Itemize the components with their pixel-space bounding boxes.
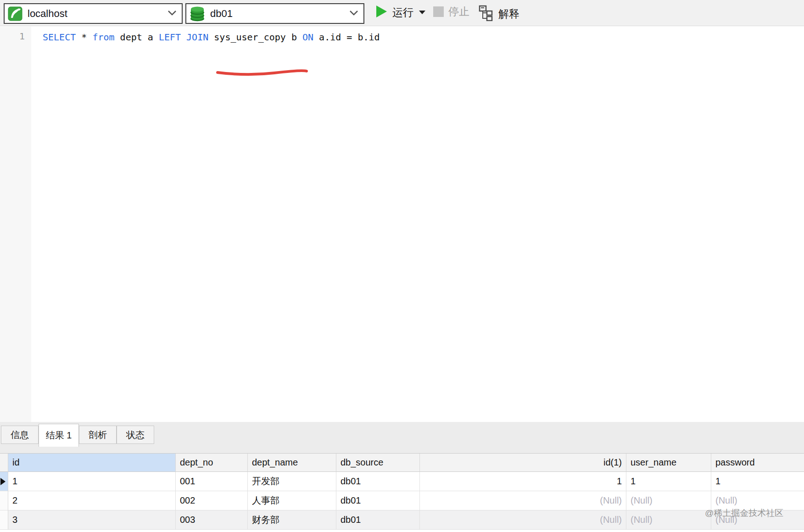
sql-line-tokens: SELECT * from dept a LEFT JOIN sys_user_… — [43, 30, 380, 44]
red-marker-underline-annotation — [215, 67, 311, 80]
chevron-down-icon — [167, 10, 177, 18]
connection-select[interactable]: localhost — [4, 3, 183, 24]
sql-keyword: SELECT — [43, 32, 76, 43]
tab-label: 剖析 — [89, 429, 107, 441]
play-icon — [375, 5, 388, 20]
cell-user-name[interactable]: 1 — [626, 472, 711, 491]
sql-text — [208, 32, 214, 43]
column-header-password[interactable]: password — [711, 454, 804, 472]
sql-editor[interactable]: 1 SELECT * from dept a LEFT JOIN sys_use… — [0, 27, 804, 422]
line-number-gutter: 1 — [0, 27, 31, 422]
column-header-id-1-[interactable]: id(1) — [420, 454, 626, 472]
sql-text: * — [76, 32, 92, 43]
cell-id-1-[interactable]: (Null) — [420, 491, 626, 510]
sql-keyword: LEFT JOIN — [159, 32, 208, 43]
row-selector[interactable] — [0, 510, 8, 530]
current-row-arrow-icon — [0, 478, 6, 485]
sql-text: dept a — [115, 32, 159, 43]
watermark-text: @稀土掘金技术社区 — [705, 507, 797, 519]
connection-value: localhost — [28, 8, 67, 20]
column-header-id[interactable]: id — [8, 454, 176, 472]
tab-label: 状态 — [126, 429, 145, 441]
grid-header-row: iddept_nodept_namedb_sourceid(1)user_nam… — [0, 454, 804, 472]
cell-id[interactable]: 2 — [8, 491, 176, 510]
tab-result1[interactable]: 结果 1 — [39, 424, 79, 447]
table-row: 3003财务部db01(Null)(Null)(Null) — [0, 510, 804, 530]
sql-text: b — [286, 32, 302, 43]
grid-corner-cell[interactable] — [0, 454, 8, 472]
tab-info[interactable]: 信息 — [1, 426, 39, 444]
cell-id[interactable]: 1 — [8, 472, 176, 491]
database-icon — [190, 6, 205, 22]
cell-db-source[interactable]: db01 — [336, 472, 420, 491]
cell-user-name[interactable]: (Null) — [626, 491, 711, 510]
explain-plan-icon — [478, 5, 494, 23]
column-header-dept-no[interactable]: dept_no — [176, 454, 248, 472]
tab-label: 结果 1 — [46, 429, 72, 442]
grid-body: 1001开发部db011112002人事部db01(Null)(Null)(Nu… — [0, 472, 804, 530]
pane-splitter[interactable] — [0, 422, 804, 426]
run-options-caret-icon[interactable] — [419, 11, 425, 14]
run-button[interactable]: 运行 — [375, 5, 425, 20]
tab-label: 信息 — [11, 429, 29, 441]
line-number: 1 — [19, 31, 25, 42]
navicat-query-window: { "toolbar": { "connection_value": "loca… — [0, 0, 804, 532]
sql-keyword: ON — [302, 32, 313, 43]
sql-text: a.id = b.id — [313, 32, 380, 43]
run-label: 运行 — [392, 6, 413, 20]
cell-dept-no[interactable]: 001 — [176, 472, 248, 491]
database-select[interactable]: db01 — [185, 3, 364, 24]
cell-dept-no[interactable]: 002 — [176, 491, 248, 510]
sql-marked-identifier: sys_user_copy — [214, 32, 286, 43]
table-row: 1001开发部db01111 — [0, 472, 804, 491]
column-header-user-name[interactable]: user_name — [626, 454, 711, 472]
cell-dept-name[interactable]: 财务部 — [248, 510, 336, 530]
stop-button[interactable]: 停止 — [433, 5, 469, 19]
cell-db-source[interactable]: db01 — [336, 510, 420, 530]
result-grid: iddept_nodept_namedb_sourceid(1)user_nam… — [0, 453, 804, 532]
sql-keyword: from — [92, 32, 114, 43]
cell-id-1-[interactable]: (Null) — [420, 510, 626, 530]
row-selector[interactable] — [0, 472, 8, 491]
cell-id-1-[interactable]: 1 — [420, 472, 626, 491]
stop-icon — [433, 6, 444, 17]
stop-label: 停止 — [448, 5, 469, 19]
column-header-dept-name[interactable]: dept_name — [248, 454, 336, 472]
result-tabbar: 信息结果 1剖析状态 — [0, 426, 804, 453]
cell-id[interactable]: 3 — [8, 510, 176, 530]
cell-dept-name[interactable]: 开发部 — [248, 472, 336, 491]
cell-password[interactable]: 1 — [711, 472, 804, 491]
column-header-db-source[interactable]: db_source — [336, 454, 420, 472]
explain-button[interactable]: 解释 — [478, 5, 519, 23]
mysql-dolphin-icon — [8, 6, 22, 22]
tab-status[interactable]: 状态 — [117, 426, 154, 444]
row-selector[interactable] — [0, 491, 8, 510]
tab-profile[interactable]: 剖析 — [79, 426, 117, 444]
database-value: db01 — [210, 8, 233, 20]
cell-db-source[interactable]: db01 — [336, 491, 420, 510]
cell-dept-name[interactable]: 人事部 — [248, 491, 336, 510]
explain-label: 解释 — [498, 7, 519, 21]
cell-user-name[interactable]: (Null) — [626, 510, 711, 530]
cell-dept-no[interactable]: 003 — [176, 510, 248, 530]
toolbar: localhost db01 运行 停止 — [0, 0, 804, 26]
chevron-down-icon — [349, 10, 359, 18]
table-row: 2002人事部db01(Null)(Null)(Null) — [0, 491, 804, 510]
